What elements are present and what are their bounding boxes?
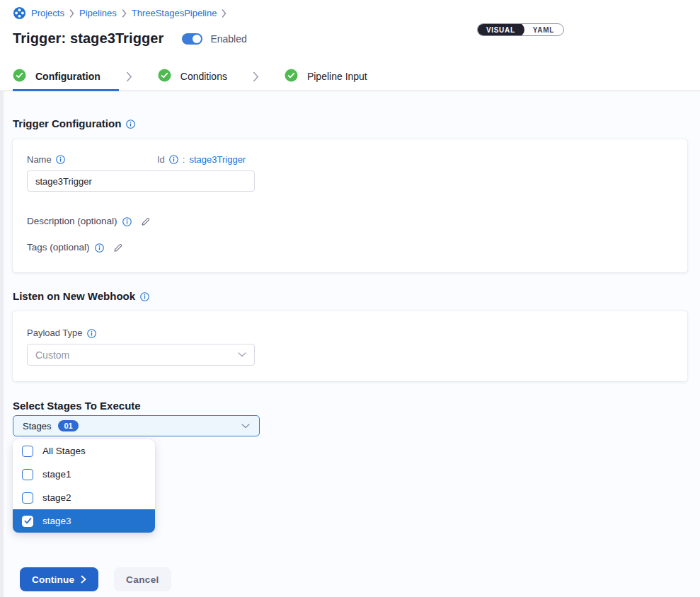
checkbox-unchecked-icon[interactable] bbox=[22, 469, 33, 480]
checkbox-checked-icon[interactable] bbox=[22, 516, 33, 527]
webhook-card: Payload Type Custom bbox=[13, 311, 687, 381]
description-label: Description (optional) bbox=[27, 216, 117, 227]
stage-option-stage3[interactable]: stage3 bbox=[13, 509, 155, 533]
checkbox-unchecked-icon[interactable] bbox=[22, 446, 33, 457]
enabled-toggle-group: Enabled bbox=[182, 33, 246, 45]
stage-option-stage2[interactable]: stage2 bbox=[13, 486, 155, 509]
id-value-link[interactable]: stage3Trigger bbox=[189, 154, 246, 165]
cancel-label: Cancel bbox=[126, 574, 159, 585]
stage-option-all-stages[interactable]: All Stages bbox=[13, 439, 155, 463]
enabled-toggle[interactable] bbox=[182, 33, 202, 45]
breadcrumb-pipeline-name[interactable]: ThreeStagesPipeline bbox=[132, 8, 217, 18]
breadcrumb: Projects Pipelines ThreeStagesPipeline bbox=[13, 6, 687, 20]
payload-type-label-group: Payload Type bbox=[27, 328, 673, 338]
check-circle-icon bbox=[158, 69, 171, 84]
id-label: Id bbox=[157, 154, 165, 165]
stages-multiselect[interactable]: Stages 01 bbox=[13, 415, 260, 436]
chevron-right-icon bbox=[253, 71, 259, 82]
tags-row: Tags (optional) bbox=[27, 242, 673, 253]
chevron-right-icon bbox=[69, 9, 74, 18]
title-row: Trigger: stage3Trigger Enabled bbox=[13, 30, 687, 47]
name-label: Name bbox=[27, 155, 52, 165]
cancel-button[interactable]: Cancel bbox=[114, 567, 171, 591]
info-icon[interactable] bbox=[169, 155, 178, 164]
id-group: Id : stage3Trigger bbox=[157, 154, 246, 165]
info-icon[interactable] bbox=[140, 292, 149, 301]
payload-type-select[interactable]: Custom bbox=[27, 344, 255, 366]
heading-text: Listen on New Webhook bbox=[13, 291, 135, 302]
stages-dropdown-menu: All Stages stage1 stage2 stage3 bbox=[13, 439, 155, 533]
info-icon[interactable] bbox=[56, 155, 65, 164]
tab-configuration[interactable]: Configuration bbox=[13, 69, 101, 84]
page-header: Projects Pipelines ThreeStagesPipeline T… bbox=[0, 0, 700, 47]
check-circle-icon bbox=[13, 69, 26, 84]
select-stages-heading: Select Stages To Execute bbox=[13, 400, 687, 412]
page-title: Trigger: stage3Trigger bbox=[13, 30, 163, 47]
edit-description-icon[interactable] bbox=[140, 216, 151, 227]
stage-option-stage1[interactable]: stage1 bbox=[13, 463, 155, 486]
tab-conditions[interactable]: Conditions bbox=[158, 69, 227, 84]
chevron-right-icon bbox=[222, 9, 226, 18]
selected-count-badge: 01 bbox=[58, 420, 78, 431]
stage-option-label: stage3 bbox=[42, 516, 71, 526]
tab-pipeline-input[interactable]: Pipeline Input bbox=[285, 69, 367, 84]
edit-tags-icon[interactable] bbox=[113, 243, 123, 253]
name-field-label-group: Name bbox=[27, 155, 157, 165]
heading-text: Trigger Configuration bbox=[13, 118, 121, 129]
tags-label: Tags (optional) bbox=[27, 242, 90, 253]
enabled-toggle-label: Enabled bbox=[210, 33, 246, 45]
visual-mode-button[interactable]: VISUAL bbox=[477, 23, 524, 36]
configuration-panel: Trigger Configuration Name Id : stage3Tr… bbox=[0, 91, 700, 597]
chevron-right-icon bbox=[81, 575, 86, 584]
continue-button[interactable]: Continue bbox=[20, 567, 98, 591]
checkbox-unchecked-icon[interactable] bbox=[22, 492, 33, 504]
tab-conditions-label: Conditions bbox=[180, 71, 227, 81]
chevron-right-icon bbox=[126, 71, 132, 82]
continue-label: Continue bbox=[32, 574, 74, 585]
wizard-step-tabs: Configuration Conditions Pipeline Input bbox=[0, 62, 700, 91]
breadcrumb-pipelines[interactable]: Pipelines bbox=[79, 8, 117, 18]
chevron-down-icon bbox=[241, 424, 250, 429]
chevron-right-icon bbox=[122, 9, 127, 18]
info-icon[interactable] bbox=[95, 243, 104, 253]
trigger-configuration-card: Name Id : stage3Trigger Description (opt… bbox=[13, 139, 687, 272]
chevron-down-icon bbox=[238, 352, 246, 357]
footer-actions: Continue Cancel bbox=[13, 567, 687, 591]
projects-logo-icon[interactable] bbox=[13, 6, 26, 20]
description-row: Description (optional) bbox=[27, 216, 673, 227]
info-icon[interactable] bbox=[87, 329, 96, 338]
stage-option-label: All Stages bbox=[42, 446, 86, 456]
payload-type-value: Custom bbox=[35, 349, 69, 361]
visual-yaml-toggle: VISUAL YAML bbox=[477, 23, 564, 36]
breadcrumb-projects[interactable]: Projects bbox=[31, 8, 64, 18]
stage-option-label: stage1 bbox=[42, 469, 71, 480]
info-icon[interactable] bbox=[126, 120, 135, 129]
stages-select-label: Stages bbox=[23, 421, 51, 431]
stage-option-label: stage2 bbox=[42, 492, 71, 503]
id-separator: : bbox=[183, 154, 185, 165]
check-circle-icon bbox=[285, 69, 298, 84]
yaml-mode-button[interactable]: YAML bbox=[524, 23, 563, 36]
tab-configuration-label: Configuration bbox=[35, 71, 101, 81]
webhook-heading: Listen on New Webhook bbox=[13, 291, 687, 302]
heading-text: Select Stages To Execute bbox=[13, 400, 141, 412]
trigger-name-input[interactable] bbox=[27, 170, 255, 192]
info-icon[interactable] bbox=[122, 217, 132, 226]
stages-select-group: Stages 01 All Stages stage1 stage2 bbox=[13, 415, 687, 436]
name-id-row: Name Id : stage3Trigger bbox=[27, 154, 673, 165]
trigger-configuration-page: Projects Pipelines ThreeStagesPipeline T… bbox=[0, 0, 700, 597]
trigger-configuration-heading: Trigger Configuration bbox=[13, 118, 687, 129]
payload-type-label: Payload Type bbox=[27, 328, 83, 338]
tab-pipeline-input-label: Pipeline Input bbox=[307, 71, 367, 81]
